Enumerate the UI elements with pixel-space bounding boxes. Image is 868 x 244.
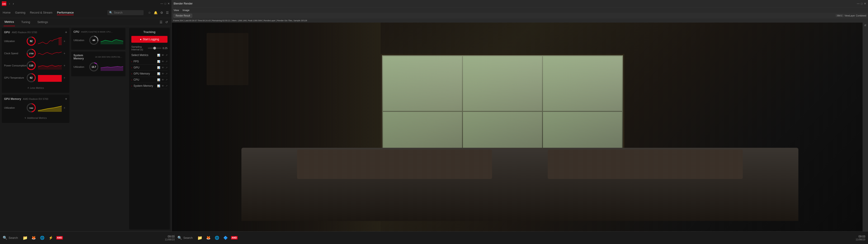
gpu-temp-add[interactable]: + (64, 76, 67, 80)
taskbar-app4-left[interactable]: ⚡ (47, 234, 55, 242)
taskbar-explorer-left[interactable]: 📁 (22, 234, 29, 242)
gpu-memory-label: GPU Memory (4, 97, 21, 100)
metrics-eye-icon[interactable]: 👁 (162, 54, 164, 57)
blender-menu-view[interactable]: View (174, 9, 179, 11)
list-view-icon[interactable]: ☰ (160, 20, 162, 24)
sysmem-chart-icon[interactable]: 📊 (157, 85, 160, 87)
gpu-chart-icon[interactable]: 📊 (157, 66, 160, 69)
taskbar-app3-left[interactable]: 🌐 (39, 234, 46, 242)
gpu-utilization-value: 92 (30, 40, 33, 42)
taskbar-explorer-right[interactable]: 📁 (196, 234, 204, 242)
sysmem-share-icon[interactable]: ↗ (165, 85, 167, 87)
nav-home[interactable]: Home (3, 10, 11, 15)
tab-tuning[interactable]: Tuning (20, 18, 31, 26)
taskbar-app3-right[interactable]: 🌐 (213, 234, 221, 242)
blender-titlebar-controls: — □ ✕ (857, 2, 866, 5)
metrics-chart-icon[interactable]: 📊 (157, 54, 160, 57)
gpumem-chart-icon[interactable]: 📊 (157, 72, 160, 75)
tracking-fps-item[interactable]: › FPS 📊 👁 ↗ (131, 59, 167, 65)
taskbar-search-left[interactable]: 🔍 Search (3, 236, 18, 240)
sysmem-device: 16 GB 3000 MHz DDR4 Memory (95, 56, 123, 58)
taskbar-blender-right[interactable]: 🔷 (222, 234, 229, 242)
less-metrics-link[interactable]: ∧ Less Metrics (4, 85, 67, 91)
cpu-share-icon[interactable]: ↗ (165, 79, 167, 81)
notification-icon[interactable]: 🔔 (154, 11, 158, 14)
blender-minimize-icon[interactable]: — (857, 2, 860, 5)
gpu-label: GPU (4, 31, 10, 34)
metrics-share-icon[interactable]: ↗ (165, 54, 167, 57)
sysmem-chart (101, 63, 123, 71)
gpu-temp-chart (38, 74, 62, 82)
blender-maximize-icon[interactable]: □ (861, 2, 863, 5)
less-metrics-text: Less Metrics (30, 87, 44, 89)
taskbar-amd-left[interactable]: AMD (56, 234, 63, 242)
gpumem-label: GPU Memory (133, 72, 157, 75)
tracking-gpumem-item[interactable]: › GPU Memory 📊 👁 ↗ (131, 71, 167, 77)
sysmem-eye-icon[interactable]: 👁 (162, 85, 164, 87)
tracking-sysmem-item[interactable]: › System Memory 📊 👁 ↗ (131, 83, 167, 89)
gpu-tracking-chevron-icon: › (131, 66, 132, 69)
menu-icon[interactable]: ☰ (166, 11, 169, 14)
gpu-eye-icon[interactable]: 👁 (162, 66, 164, 69)
tracking-cpu-item[interactable]: › CPU 📊 👁 ↗ (131, 77, 167, 83)
sampling-slider[interactable] (148, 48, 161, 49)
render-image: N (172, 23, 868, 231)
tracking-gpu-item[interactable]: › GPU 📊 👁 ↗ (131, 65, 167, 71)
fps-share-icon[interactable]: ↗ (165, 60, 167, 63)
view-layer-label: ViewLayer (844, 14, 855, 17)
settings-icon[interactable]: ⚙ (160, 11, 163, 14)
nav-gaming[interactable]: Gaming (15, 10, 26, 15)
taskbar-left: 🔍 Search 📁 🦊 🌐 ⚡ AMD 09:03 11/08/23 (3, 234, 175, 242)
sysmem-tracking-icons: 📊 👁 ↗ (157, 85, 167, 87)
fps-chart-icon[interactable]: 📊 (157, 60, 160, 63)
tab-metrics[interactable]: Metrics (4, 18, 15, 26)
start-logging-button[interactable]: ● Start Logging (131, 36, 167, 43)
amd-taskbar-icon: AMD (56, 236, 63, 240)
gpu-temp-label: GPU Temperature (4, 77, 27, 79)
tab-settings[interactable]: Settings (36, 18, 49, 26)
gpu-memory-add-icon[interactable]: + (65, 97, 67, 101)
gpu-memory-gauge: 7402 (26, 103, 36, 113)
cpu-chart-icon[interactable]: 📊 (157, 79, 160, 81)
blender-close-icon[interactable]: ✕ (864, 2, 866, 5)
gpu-power-row: Power Consumption 110 (4, 61, 67, 70)
sysmem-label: System Memory (73, 54, 93, 60)
gpu-power-add[interactable]: + (64, 64, 67, 67)
taskbar-amd-right[interactable]: AMD (230, 234, 238, 242)
gpu-memory-util-add[interactable]: + (64, 106, 67, 110)
fps-eye-icon[interactable]: 👁 (162, 60, 164, 63)
render-result-btn[interactable]: Render Result (174, 14, 192, 18)
taskbar-firefox-right[interactable]: 🦊 (205, 234, 212, 242)
nav-back-btn[interactable]: ‹ (8, 1, 11, 6)
nav-forward-btn[interactable]: › (12, 1, 15, 6)
gpu-share-icon[interactable]: ↗ (165, 66, 167, 69)
more-metrics-link[interactable]: ∨ Additional Metrics (4, 115, 67, 121)
metrics-right-column: CPU Intel(R) Core(TM) i5-9600K CPU @ 3.7… (71, 28, 125, 230)
sysmem-tracking-label: System Memory (133, 84, 157, 87)
gpumem-share-icon[interactable]: ↗ (165, 72, 167, 75)
taskbar-search-right[interactable]: 🔍 Search (178, 236, 193, 240)
bookmark-icon[interactable]: ☆ (148, 11, 151, 14)
cpu-eye-icon[interactable]: 👁 (162, 79, 164, 81)
gpumem-eye-icon[interactable]: 👁 (162, 72, 164, 75)
gpu-utilization-add[interactable]: + (64, 39, 67, 43)
gpu-clockspeed-add[interactable]: + (64, 52, 67, 55)
nav-search-input[interactable] (114, 11, 142, 14)
taskbar-firefox-left[interactable]: 🦊 (30, 234, 37, 242)
nav-record-stream[interactable]: Record & Stream (30, 10, 53, 15)
blender-info-bar: Frame:204 | Last:00:29.57 Time:00:24.43 … (172, 19, 868, 23)
blender-menu-image[interactable]: Image (183, 9, 190, 11)
cpu-label: CPU (73, 30, 79, 33)
cpu-util-row: Utilization 44 (73, 35, 123, 45)
refresh-icon[interactable]: ↺ (165, 20, 168, 24)
blender-sidebar-icon-1[interactable]: N (864, 24, 867, 26)
taskbar-apps-left: 📁 🦊 🌐 ⚡ AMD (22, 234, 63, 242)
nav-performance[interactable]: Performance (57, 10, 74, 15)
more-metrics-text: Additional Metrics (27, 117, 47, 119)
fps-item-icons: 📊 👁 ↗ (157, 60, 167, 63)
gpu-clockspeed-value: 1733 (29, 52, 33, 55)
gpu-add-icon[interactable]: + (65, 30, 67, 34)
gpu-memory-section: GPU Memory AMD Radeon RX 5700 + Utilizat… (2, 95, 69, 123)
sampling-interval-row: Sampling Interval (s) 0.25 (131, 45, 167, 51)
nav-search-box[interactable]: 🔍 (107, 10, 144, 15)
